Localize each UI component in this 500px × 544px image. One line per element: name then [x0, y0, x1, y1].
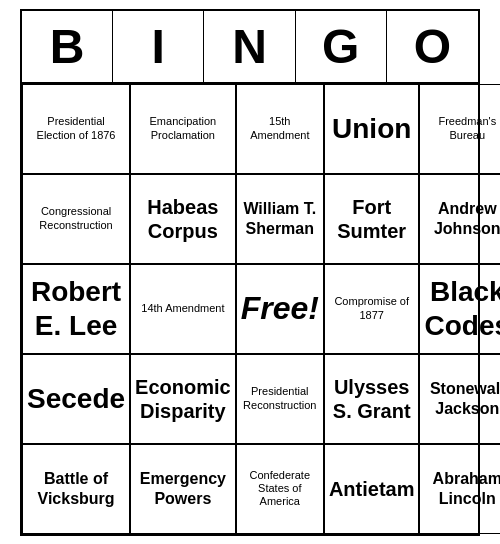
- bingo-cell-2: 15th Amendment: [236, 84, 324, 174]
- cell-text-4: Freedman's Bureau: [424, 115, 500, 141]
- bingo-cell-5: Congressional Reconstruction: [22, 174, 130, 264]
- cell-text-12: Free!: [241, 289, 319, 327]
- bingo-cell-6: Habeas Corpus: [130, 174, 236, 264]
- bingo-cell-13: Compromise of 1877: [324, 264, 420, 354]
- cell-text-18: Ulysses S. Grant: [329, 375, 415, 423]
- bingo-cell-9: Andrew Johnson: [419, 174, 500, 264]
- bingo-cell-10: Robert E. Lee: [22, 264, 130, 354]
- bingo-cell-18: Ulysses S. Grant: [324, 354, 420, 444]
- bingo-letter-o: O: [387, 11, 478, 82]
- bingo-cell-19: Stonewall Jackson: [419, 354, 500, 444]
- cell-text-24: Abraham Lincoln: [424, 469, 500, 507]
- cell-text-19: Stonewall Jackson: [424, 379, 500, 417]
- cell-text-23: Antietam: [329, 477, 415, 501]
- bingo-cell-3: Union: [324, 84, 420, 174]
- bingo-grid: Presidential Election of 1876Emancipatio…: [22, 84, 478, 534]
- cell-text-0: Presidential Election of 1876: [27, 115, 125, 141]
- cell-text-6: Habeas Corpus: [135, 195, 231, 243]
- bingo-cell-7: William T. Sherman: [236, 174, 324, 264]
- bingo-letter-n: N: [204, 11, 295, 82]
- bingo-cell-23: Antietam: [324, 444, 420, 534]
- bingo-letter-b: B: [22, 11, 113, 82]
- bingo-cell-15: Secede: [22, 354, 130, 444]
- cell-text-5: Congressional Reconstruction: [27, 205, 125, 231]
- bingo-letter-g: G: [296, 11, 387, 82]
- cell-text-2: 15th Amendment: [241, 115, 319, 141]
- cell-text-14: Black Codes: [424, 275, 500, 342]
- cell-text-21: Emergency Powers: [135, 469, 231, 507]
- cell-text-9: Andrew Johnson: [424, 199, 500, 237]
- bingo-cell-20: Battle of Vicksburg: [22, 444, 130, 534]
- bingo-cell-22: Confederate States of America: [236, 444, 324, 534]
- cell-text-13: Compromise of 1877: [329, 295, 415, 321]
- bingo-cell-1: Emancipation Proclamation: [130, 84, 236, 174]
- bingo-cell-4: Freedman's Bureau: [419, 84, 500, 174]
- cell-text-16: Economic Disparity: [135, 375, 231, 423]
- bingo-cell-11: 14th Amendment: [130, 264, 236, 354]
- bingo-header: BINGO: [22, 11, 478, 84]
- bingo-cell-8: Fort Sumter: [324, 174, 420, 264]
- bingo-cell-12: Free!: [236, 264, 324, 354]
- bingo-cell-14: Black Codes: [419, 264, 500, 354]
- cell-text-11: 14th Amendment: [141, 302, 224, 315]
- bingo-letter-i: I: [113, 11, 204, 82]
- bingo-cell-17: Presidential Reconstruction: [236, 354, 324, 444]
- cell-text-10: Robert E. Lee: [27, 275, 125, 342]
- bingo-cell-16: Economic Disparity: [130, 354, 236, 444]
- cell-text-8: Fort Sumter: [329, 195, 415, 243]
- cell-text-7: William T. Sherman: [241, 199, 319, 237]
- bingo-cell-24: Abraham Lincoln: [419, 444, 500, 534]
- cell-text-3: Union: [332, 112, 411, 146]
- bingo-cell-21: Emergency Powers: [130, 444, 236, 534]
- cell-text-15: Secede: [27, 382, 125, 416]
- bingo-card: BINGO Presidential Election of 1876Emanc…: [20, 9, 480, 536]
- cell-text-20: Battle of Vicksburg: [27, 469, 125, 507]
- bingo-cell-0: Presidential Election of 1876: [22, 84, 130, 174]
- cell-text-17: Presidential Reconstruction: [241, 385, 319, 411]
- cell-text-1: Emancipation Proclamation: [135, 115, 231, 141]
- cell-text-22: Confederate States of America: [241, 469, 319, 509]
